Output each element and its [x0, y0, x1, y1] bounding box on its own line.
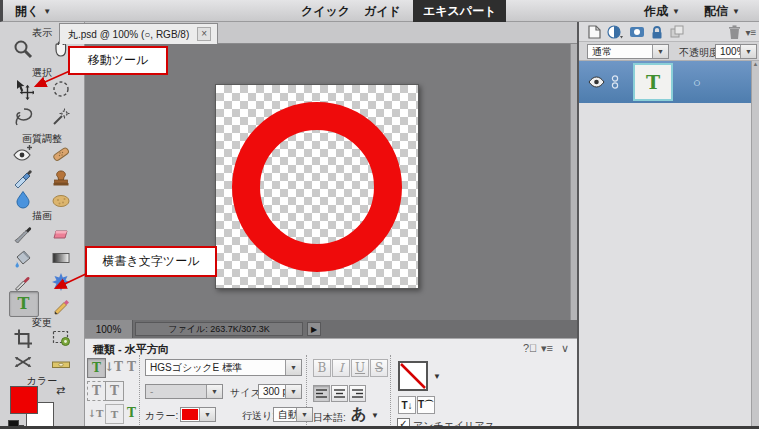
align-left-button[interactable] [313, 385, 330, 402]
options-menu-icon[interactable]: ▾≡ [541, 342, 553, 355]
delete-layer-button[interactable] [726, 24, 742, 40]
foreground-color-swatch[interactable] [10, 386, 38, 414]
clone-stamp-icon [50, 166, 72, 188]
quick-selection-tool-button[interactable] [47, 104, 75, 128]
default-colors-black-swatch[interactable] [8, 420, 19, 429]
recompose-tool-button[interactable] [47, 326, 75, 350]
opacity-value: 100% [716, 46, 740, 57]
brush-tool-button[interactable] [9, 220, 37, 244]
help-icon[interactable]: ?⃝ [523, 342, 537, 354]
eyedropper-tool-button[interactable] [9, 269, 37, 293]
document-tab[interactable]: 丸.psd @ 100% (○, RGB/8) × [59, 23, 218, 44]
link-icon [611, 74, 619, 90]
swap-colors-icon[interactable]: ⇄ [56, 384, 65, 397]
spot-healing-tool-button[interactable] [47, 142, 75, 166]
quick-mode-tab[interactable]: クイック [301, 0, 350, 22]
new-layer-button[interactable] [586, 24, 602, 40]
pencil-icon [51, 293, 73, 315]
eye-icon[interactable] [588, 75, 605, 89]
layer-row-selected[interactable]: T ○ [579, 61, 759, 103]
underline-button[interactable]: U [351, 359, 369, 377]
tool-options-panel: 種類 - 水平方向 ?⃝ ▾≡ ∨ T ↓T T T T ↓T T T HGSゴ… [85, 338, 577, 429]
type-tool-button[interactable]: T [9, 291, 39, 317]
font-family-select[interactable]: HGSゴシックE 標準▼ [145, 359, 302, 376]
eraser-icon [50, 221, 72, 243]
straighten-tool-button[interactable] [47, 350, 75, 374]
align-center-button[interactable] [331, 385, 348, 402]
text-color-swatch[interactable]: ▼ [180, 407, 216, 422]
lasso-tool-button[interactable] [9, 104, 37, 128]
document-tab-title: 丸.psd @ 100% (○, RGB/8) [68, 25, 189, 44]
text-on-path-tool-variant[interactable]: T [105, 404, 124, 424]
separator [390, 355, 391, 425]
strikethrough-button[interactable]: S [370, 359, 388, 377]
canvas-vertical-scrollbar[interactable] [570, 44, 577, 320]
move-tool-button[interactable] [9, 77, 37, 101]
text-orientation-button[interactable]: T↓ [398, 396, 416, 414]
pencil-tool-button[interactable] [48, 292, 76, 316]
close-icon[interactable]: × [197, 27, 211, 41]
shape-tool-button[interactable] [47, 269, 75, 293]
text-on-selection-tool-variant[interactable]: ↓T [87, 404, 104, 422]
align-center-icon [334, 389, 345, 398]
content-aware-move-tool-button[interactable] [9, 350, 37, 374]
vertical-type-mask-tool-variant[interactable]: T [105, 381, 124, 401]
warp-text-button[interactable]: T⌒ [417, 396, 435, 414]
crop-tool-button[interactable] [9, 326, 37, 350]
chevron-down-icon[interactable]: ▼ [433, 372, 441, 381]
marquee-tool-button[interactable] [47, 77, 75, 101]
font-style-select[interactable]: -▼ [145, 384, 223, 399]
duplicate-layer-button[interactable] [669, 24, 685, 40]
canvas-workspace[interactable] [85, 44, 577, 320]
new-adjustment-layer-button[interactable] [607, 24, 623, 40]
type-layer-icon: T [646, 73, 660, 92]
create-menu-button[interactable]: 作成▼ [644, 0, 680, 22]
expert-mode-tab[interactable]: エキスパート [413, 0, 506, 22]
sponge-icon [50, 189, 72, 211]
file-size-indicator: ファイル: 263.7K/307.3K [135, 322, 303, 336]
photoshop-elements-window: 開く▼ クイック ガイド エキスパート 作成▼ 配信▼ 表示 選択 画質調整 [0, 0, 759, 429]
layers-panel-blend-row: 通常▼ 不透明度: 100%▼ [579, 42, 759, 61]
eraser-tool-button[interactable] [47, 220, 75, 244]
clone-stamp-tool-button[interactable] [47, 165, 75, 189]
panel-menu-icon[interactable]: ▾≡ [743, 24, 759, 40]
status-options-button[interactable]: ▶ [307, 322, 321, 336]
text-on-shape-tool-variant[interactable]: T [123, 358, 140, 376]
italic-button[interactable]: I [332, 359, 350, 377]
guide-mode-tab[interactable]: ガイド [364, 0, 401, 22]
zoom-level-indicator[interactable]: 100% [85, 320, 133, 338]
blend-mode-value: 通常 [588, 45, 652, 59]
align-right-button[interactable] [349, 385, 366, 402]
bold-button[interactable]: B [313, 359, 331, 377]
language-glyph[interactable]: あ [351, 405, 366, 424]
zoom-tool-button[interactable] [9, 37, 37, 61]
chevron-down-icon: ▼ [199, 408, 215, 421]
layer-thumbnail[interactable]: T [633, 63, 673, 101]
layers-panel-scrollbar[interactable]: ▲ [751, 61, 759, 429]
leading-select[interactable]: 自動▼ [273, 407, 313, 422]
open-menu-button[interactable]: 開く▼ [15, 0, 51, 22]
red-ring-artwork [216, 85, 418, 288]
duplicate-icon [669, 24, 685, 40]
collapse-icon[interactable]: ∨ [561, 342, 569, 355]
share-menu-button[interactable]: 配信▼ [704, 0, 740, 22]
blend-mode-select[interactable]: 通常▼ [587, 44, 669, 59]
document-canvas[interactable] [215, 84, 419, 289]
antialias-checkbox[interactable]: ✓ [397, 418, 410, 429]
text-style-swatch[interactable] [398, 361, 428, 391]
gradient-tool-button[interactable] [47, 246, 75, 270]
text-on-custom-path-tool-variant[interactable]: T [123, 404, 140, 422]
font-size-select[interactable]: 300 pt▼ [258, 384, 302, 399]
lock-layer-button[interactable] [649, 24, 665, 40]
paint-bucket-tool-button[interactable] [9, 246, 37, 270]
opacity-select[interactable]: 100%▼ [715, 44, 757, 59]
red-eye-tool-button[interactable] [9, 142, 37, 166]
smart-brush-tool-button[interactable] [9, 165, 37, 189]
layer-name[interactable]: ○ [693, 75, 701, 90]
chevron-down-icon[interactable]: ▼ [371, 411, 379, 420]
status-bar: 100% ファイル: 263.7K/307.3K ▶ [85, 320, 577, 338]
horizontal-type-mask-tool-variant[interactable]: T [87, 381, 106, 401]
vertical-type-tool-variant[interactable]: ↓T [105, 358, 122, 376]
menubar: 開く▼ クイック ガイド エキスパート 作成▼ 配信▼ [0, 0, 759, 22]
add-layer-mask-button[interactable] [629, 24, 645, 40]
